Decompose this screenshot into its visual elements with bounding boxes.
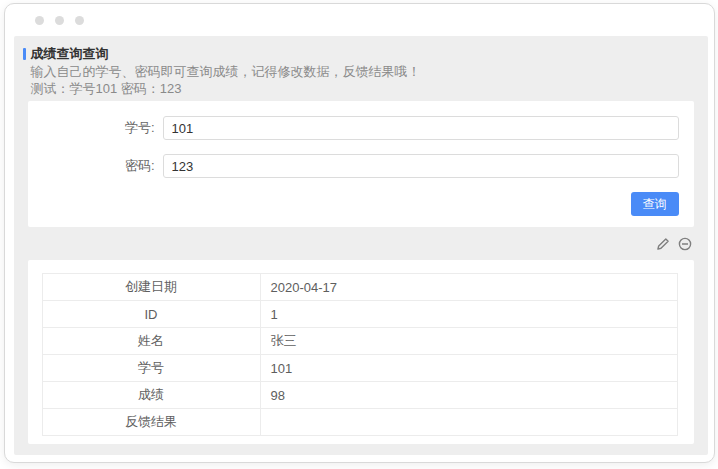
query-form-card: 学号: 密码: 查询	[28, 101, 694, 227]
row-label: 反馈结果	[42, 409, 260, 436]
window-dot	[75, 16, 84, 25]
form-actions: 查询	[43, 192, 679, 216]
row-value: 101	[260, 355, 677, 382]
table-row: 反馈结果	[42, 409, 677, 436]
window-dot	[35, 16, 44, 25]
title-accent-bar	[23, 48, 26, 60]
password-row: 密码:	[43, 154, 679, 178]
result-card: 创建日期 2020-04-17 ID 1 姓名 张三 学号 101	[28, 260, 694, 444]
result-toolbar	[14, 227, 708, 260]
browser-window: 成绩查询查询 输入自己的学号、密码即可查询成绩，记得修改数据，反馈结果哦！ 测试…	[4, 3, 715, 463]
content-panel: 成绩查询查询 输入自己的学号、密码即可查询成绩，记得修改数据，反馈结果哦！ 测试…	[14, 36, 708, 455]
collapse-icon[interactable]	[678, 237, 692, 251]
table-row: 姓名 张三	[42, 328, 677, 355]
row-label: 姓名	[42, 328, 260, 355]
row-value: 2020-04-17	[260, 274, 677, 301]
window-dot	[55, 16, 64, 25]
intro-section: 成绩查询查询 输入自己的学号、密码即可查询成绩，记得修改数据，反馈结果哦！ 测试…	[14, 36, 708, 96]
row-value: 张三	[260, 328, 677, 355]
table-row: 成绩 98	[42, 382, 677, 409]
intro-test-hint: 测试：学号101 密码：123	[31, 81, 694, 96]
row-value: 1	[260, 301, 677, 328]
row-label: 学号	[42, 355, 260, 382]
table-row: 创建日期 2020-04-17	[42, 274, 677, 301]
row-label: 创建日期	[42, 274, 260, 301]
window-titlebar	[5, 4, 714, 36]
student-id-input[interactable]	[163, 116, 679, 140]
page-title: 成绩查询查询	[23, 46, 694, 61]
password-input[interactable]	[163, 154, 679, 178]
table-row: ID 1	[42, 301, 677, 328]
result-table: 创建日期 2020-04-17 ID 1 姓名 张三 学号 101	[42, 273, 678, 436]
student-id-row: 学号:	[43, 116, 679, 140]
row-value: 98	[260, 382, 677, 409]
edit-icon[interactable]	[656, 237, 670, 251]
table-row: 学号 101	[42, 355, 677, 382]
student-id-label: 学号:	[43, 116, 163, 140]
row-value	[260, 409, 677, 436]
query-button[interactable]: 查询	[631, 192, 679, 216]
password-label: 密码:	[43, 154, 163, 178]
intro-description: 输入自己的学号、密码即可查询成绩，记得修改数据，反馈结果哦！	[31, 64, 694, 79]
row-label: 成绩	[42, 382, 260, 409]
page-title-text: 成绩查询查询	[31, 46, 109, 61]
row-label: ID	[42, 301, 260, 328]
